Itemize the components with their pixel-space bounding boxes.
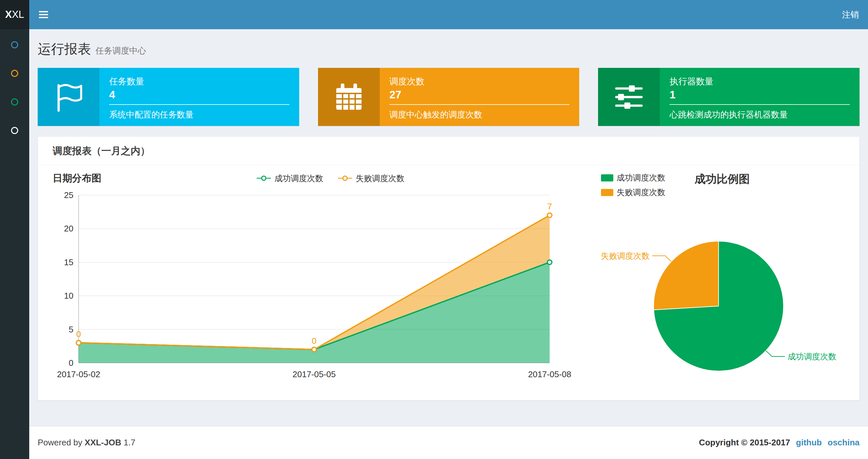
- info-box-title: 执行器数量: [670, 76, 850, 87]
- legend-label: 失败调度次数: [617, 187, 665, 198]
- pie-legend-item-fail[interactable]: 失败调度次数: [601, 187, 665, 198]
- svg-text:成功调度次数: 成功调度次数: [787, 352, 836, 361]
- svg-text:0: 0: [312, 336, 316, 346]
- info-box-jobs: 任务数量 4 系统中配置的任务数量: [38, 68, 299, 126]
- legend-label: 成功调度次数: [617, 172, 665, 183]
- copyright-section: Copyright © 2015-2017 github oschina: [699, 437, 860, 448]
- app-logo-rest: XL: [12, 9, 24, 21]
- svg-text:2017-05-05: 2017-05-05: [293, 369, 336, 379]
- svg-text:0: 0: [76, 329, 81, 339]
- pie-chart-legend: 成功调度次数 失败调度次数: [601, 172, 665, 198]
- main-content: 运行报表任务调度中心 任务数量 4 系统中配置的任务数量: [29, 29, 868, 459]
- info-box-triggers: 调度次数 27 调度中心触发的调度次数: [318, 68, 580, 126]
- pie-chart-title: 成功比例图: [694, 172, 750, 187]
- hamburger-icon: [39, 11, 48, 12]
- info-box-value: 27: [390, 89, 570, 101]
- line-chart-legend: 成功调度次数 失败调度次数: [101, 173, 559, 184]
- footer: Powered by XXL-JOB 1.7 Copyright © 2015-…: [29, 426, 868, 459]
- info-box-divider: [390, 104, 570, 105]
- hamburger-icon: [39, 14, 48, 15]
- svg-text:25: 25: [64, 190, 73, 200]
- svg-text:7: 7: [547, 202, 552, 211]
- copyright: Copyright © 2015-2017: [699, 437, 790, 448]
- svg-text:0: 0: [69, 358, 73, 368]
- panel-header: 调度报表（一月之内）: [38, 137, 859, 165]
- svg-text:失败调度次数: 失败调度次数: [601, 251, 650, 260]
- sidebar-menu: [0, 29, 29, 134]
- logout-link[interactable]: 注销: [833, 0, 868, 29]
- legend-item-success[interactable]: 成功调度次数: [256, 173, 323, 184]
- line-legend-marker-icon: [338, 175, 352, 181]
- sliders-icon: [598, 68, 660, 126]
- page-header: 运行报表任务调度中心: [29, 29, 868, 58]
- pie-chart-section: 成功调度次数 失败调度次数 成功比例图 失败调度次数成功调度次数: [559, 172, 849, 387]
- powered-by: Powered by XXL-JOB 1.7: [38, 437, 135, 448]
- legend-label: 失败调度次数: [356, 173, 404, 184]
- info-box-row: 任务数量 4 系统中配置的任务数量: [29, 68, 868, 126]
- oschina-link[interactable]: oschina: [828, 437, 860, 448]
- svg-text:2017-05-02: 2017-05-02: [57, 369, 100, 379]
- info-box-description: 系统中配置的任务数量: [109, 109, 289, 121]
- sidebar: [0, 29, 29, 459]
- report-panel: 调度报表（一月之内） 日期分布图 成功调度次数: [38, 136, 860, 400]
- page-title: 运行报表: [38, 41, 91, 57]
- info-box-title: 任务数量: [109, 76, 289, 87]
- svg-text:15: 15: [64, 257, 73, 267]
- app-logo-bold: X: [5, 9, 12, 21]
- legend-item-fail[interactable]: 失败调度次数: [338, 173, 404, 184]
- info-box-value: 4: [109, 89, 289, 101]
- legend-label: 成功调度次数: [275, 173, 323, 184]
- powered-prefix: Powered by: [38, 437, 82, 447]
- flag-icon: [38, 68, 99, 126]
- info-box-divider: [670, 104, 850, 105]
- pie-legend-item-success[interactable]: 成功调度次数: [601, 172, 665, 183]
- info-box-content: 调度次数 27 调度中心触发的调度次数: [380, 68, 580, 126]
- line-chart-section: 日期分布图 成功调度次数: [53, 172, 559, 387]
- panel-body: 日期分布图 成功调度次数: [38, 165, 859, 400]
- info-box-value: 1: [670, 89, 850, 101]
- info-box-divider: [109, 104, 289, 105]
- info-box-executors: 执行器数量 1 心跳检测成功的执行器机器数量: [598, 68, 860, 126]
- github-link[interactable]: github: [796, 437, 822, 448]
- page-subtitle: 任务调度中心: [95, 46, 146, 56]
- hamburger-icon: [39, 17, 48, 18]
- sidebar-item-circle-icon[interactable]: [11, 41, 18, 48]
- info-box-description: 调度中心触发的调度次数: [390, 109, 570, 121]
- app-version: 1.7: [123, 437, 135, 447]
- info-box-content: 任务数量 4 系统中配置的任务数量: [99, 68, 299, 126]
- svg-text:5: 5: [69, 325, 73, 334]
- legend-swatch-icon: [601, 189, 613, 196]
- calendar-icon: [318, 68, 380, 126]
- sidebar-item-circle-icon[interactable]: [11, 98, 18, 105]
- line-chart-title: 日期分布图: [53, 172, 101, 185]
- app-logo[interactable]: XXL: [0, 0, 29, 29]
- pie-chart: 失败调度次数成功调度次数: [576, 205, 849, 387]
- line-chart: 05101520252017-05-022017-05-052017-05-08…: [53, 186, 559, 386]
- info-box-title: 调度次数: [390, 76, 570, 87]
- menu-toggle-button[interactable]: [29, 0, 58, 29]
- navbar: XXL 注销: [0, 0, 868, 29]
- legend-swatch-icon: [601, 174, 613, 182]
- line-legend-marker-icon: [256, 175, 271, 181]
- info-box-content: 执行器数量 1 心跳检测成功的执行器机器数量: [660, 68, 860, 126]
- svg-text:20: 20: [64, 224, 73, 233]
- sidebar-item-circle-icon[interactable]: [11, 70, 18, 77]
- app-name: XXL-JOB: [85, 437, 122, 447]
- svg-text:10: 10: [64, 291, 73, 301]
- info-box-description: 心跳检测成功的执行器机器数量: [670, 109, 850, 121]
- panel-title: 调度报表（一月之内）: [53, 145, 150, 156]
- sidebar-item-circle-icon[interactable]: [11, 127, 18, 134]
